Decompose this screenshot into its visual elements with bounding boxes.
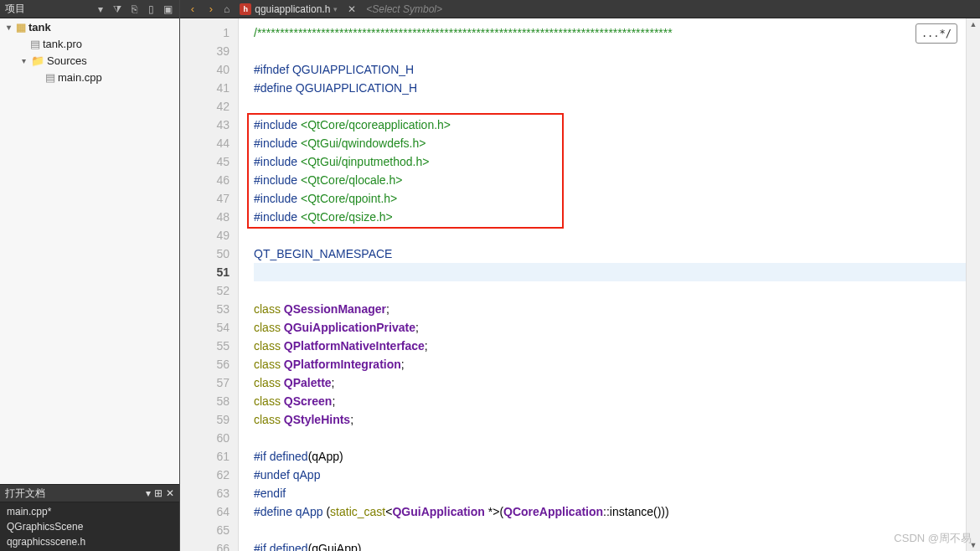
code-line[interactable]: class QGuiApplicationPrivate; <box>254 318 966 337</box>
line-number: 42 <box>180 97 230 116</box>
line-number: 51 <box>180 263 230 281</box>
line-number: 59 <box>180 410 230 429</box>
code-line[interactable]: class QPlatformIntegration; <box>254 355 966 373</box>
line-number: 48 <box>180 208 230 226</box>
code-line[interactable] <box>254 42 966 60</box>
split-icon[interactable]: ▯ <box>144 3 157 16</box>
line-number: 49 <box>180 226 230 245</box>
code-line[interactable]: #ifndef QGUIAPPLICATION_H <box>254 60 966 79</box>
active-tab[interactable]: h qguiapplication.h ▾ <box>235 3 343 15</box>
open-docs-close-icon[interactable]: ✕ <box>166 487 174 499</box>
code-line[interactable]: #include <QtCore/qlocale.h> <box>254 171 966 189</box>
code-area[interactable]: ...*/ /*********************************… <box>239 18 966 551</box>
link-icon[interactable]: ⎘ <box>127 3 141 16</box>
scroll-up-icon[interactable]: ▲ <box>970 18 977 30</box>
line-number: 50 <box>180 245 230 263</box>
tab-filename: qguiapplication.h <box>255 3 330 15</box>
tree-file[interactable]: ▤ tank.pro <box>0 35 179 52</box>
code-line[interactable]: #endif <box>254 484 966 502</box>
code-line[interactable]: #include <QtGui/qinputmethod.h> <box>254 152 966 171</box>
line-number: 57 <box>180 373 230 392</box>
tab-dropdown-icon[interactable]: ▾ <box>333 5 338 13</box>
line-number: 43 <box>180 116 230 134</box>
bookmark-icon[interactable]: ⌂ <box>224 3 230 15</box>
tree-folder[interactable]: ▾ 📁 Sources <box>0 52 179 69</box>
open-doc-item[interactable]: main.cpp* <box>0 504 179 519</box>
vertical-scrollbar[interactable]: ▲ ▼ <box>966 18 980 551</box>
project-panel-header: 项目 ▾ ⧩ ⎘ ▯ ▣ <box>0 0 179 18</box>
code-line[interactable] <box>254 521 966 539</box>
expand-icon[interactable]: ▾ <box>18 56 28 65</box>
code-line[interactable] <box>254 97 966 116</box>
code-line[interactable]: #include <QtCore/qsize.h> <box>254 208 966 226</box>
code-line[interactable]: class QStyleHints; <box>254 410 966 429</box>
code-line[interactable]: /***************************************… <box>254 23 966 42</box>
code-line[interactable]: QT_BEGIN_NAMESPACE <box>254 245 966 263</box>
line-number: 58 <box>180 392 230 410</box>
code-line[interactable]: #include <QtGui/qwindowdefs.h> <box>254 134 966 152</box>
code-line[interactable]: class QSessionManager; <box>254 300 966 318</box>
line-number: 53 <box>180 300 230 318</box>
fold-badge[interactable]: ...*/ <box>916 23 957 44</box>
line-number: 41 <box>180 79 230 97</box>
open-docs-dropdown-icon[interactable]: ▾ <box>146 487 151 499</box>
code-line[interactable]: class QPlatformNativeInterface; <box>254 337 966 355</box>
code-line[interactable] <box>254 226 966 245</box>
project-dropdown-icon[interactable]: ▾ <box>94 3 107 16</box>
line-number: 64 <box>180 502 230 521</box>
tree-label: main.cpp <box>58 71 102 84</box>
code-line[interactable]: #undef qApp <box>254 466 966 484</box>
line-number: 66 <box>180 539 230 551</box>
line-number: 65 <box>180 521 230 539</box>
file-icon: ▤ <box>45 71 55 84</box>
open-doc-item[interactable]: qgraphicsscene.h <box>0 534 179 549</box>
line-number: 56 <box>180 355 230 373</box>
project-icon: ▦ <box>16 21 26 33</box>
scroll-down-icon[interactable]: ▼ <box>970 539 977 551</box>
open-docs-header: 打开文档 ▾ ⊞ ✕ <box>0 484 179 502</box>
code-line[interactable]: #if defined(qApp) <box>254 447 966 466</box>
tree-file[interactable]: ▤ main.cpp <box>0 69 179 85</box>
app-root: 项目 ▾ ⧩ ⎘ ▯ ▣ ▾ ▦ tank ▤ tank.pro ▾ 📁 Sou… <box>0 0 980 551</box>
editor-topbar: ‹ › ⌂ h qguiapplication.h ▾ ✕ <Select Sy… <box>180 0 980 18</box>
open-doc-item[interactable]: QGraphicsScene <box>0 519 179 534</box>
right-column: ‹ › ⌂ h qguiapplication.h ▾ ✕ <Select Sy… <box>180 0 980 551</box>
code-line[interactable] <box>254 281 966 300</box>
line-number: 46 <box>180 171 230 189</box>
code-line[interactable]: #if defined(qGuiApp) <box>254 539 966 551</box>
file-icon: ▤ <box>30 38 40 50</box>
header-file-icon: h <box>240 3 251 15</box>
line-number: 61 <box>180 447 230 466</box>
code-line[interactable] <box>254 429 966 447</box>
line-number: 39 <box>180 42 230 60</box>
collapse-icon[interactable]: ▣ <box>161 3 174 16</box>
expand-icon[interactable]: ▾ <box>3 23 13 32</box>
nav-back-button[interactable]: ‹ <box>185 2 200 17</box>
line-number: 52 <box>180 281 230 300</box>
nav-buttons: ‹ › <box>185 2 219 17</box>
tree-root[interactable]: ▾ ▦ tank <box>0 18 179 35</box>
tree-label: Sources <box>47 54 87 67</box>
code-line[interactable]: #define QGUIAPPLICATION_H <box>254 79 966 97</box>
code-line[interactable] <box>254 263 966 281</box>
project-tree[interactable]: ▾ ▦ tank ▤ tank.pro ▾ 📁 Sources ▤ main.c… <box>0 18 179 484</box>
code-line[interactable]: #include <QtCore/qpoint.h> <box>254 189 966 208</box>
left-column: 项目 ▾ ⧩ ⎘ ▯ ▣ ▾ ▦ tank ▤ tank.pro ▾ 📁 Sou… <box>0 0 180 551</box>
code-line[interactable]: class QPalette; <box>254 373 966 392</box>
nav-forward-button[interactable]: › <box>204 2 219 17</box>
code-line[interactable]: class QScreen; <box>254 392 966 410</box>
line-number: 63 <box>180 484 230 502</box>
line-number: 62 <box>180 466 230 484</box>
open-docs-list: main.cpp* QGraphicsScene qgraphicsscene.… <box>0 502 179 551</box>
filter-icon[interactable]: ⧩ <box>111 3 124 16</box>
open-docs-split-icon[interactable]: ⊞ <box>154 487 162 499</box>
code-editor[interactable]: 1394041424344454647484950515253545556575… <box>180 18 980 551</box>
line-number: 47 <box>180 189 230 208</box>
folder-icon: 📁 <box>31 54 44 67</box>
code-line[interactable]: #include <QtCore/qcoreapplication.h> <box>254 116 966 134</box>
code-line[interactable]: #define qApp (static_cast<QGuiApplicatio… <box>254 502 966 521</box>
tab-close-button[interactable]: ✕ <box>348 3 356 15</box>
line-number: 60 <box>180 429 230 447</box>
symbol-selector[interactable]: <Select Symbol> <box>361 3 975 15</box>
line-number: 40 <box>180 60 230 79</box>
